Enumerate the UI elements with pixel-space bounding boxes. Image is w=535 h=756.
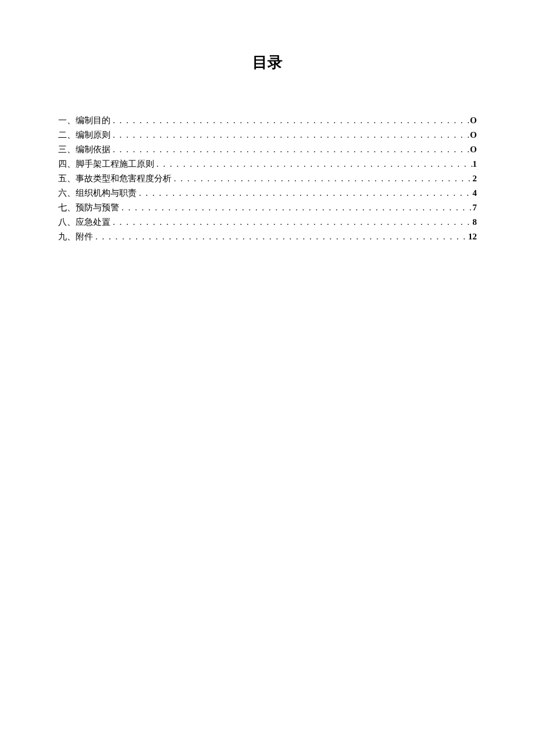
toc-entry-page: 1	[473, 157, 477, 171]
toc-entry-page: 8	[473, 215, 477, 230]
toc-dots	[137, 186, 473, 200]
toc-entry-label: 四、脚手架工程施工原则	[58, 157, 154, 171]
toc-entry-label: 二、编制原则	[58, 128, 110, 142]
toc-dots	[119, 200, 473, 215]
toc-entry-label: 三、编制依据	[58, 142, 110, 157]
toc-entry: 九、附件 12	[58, 230, 477, 244]
toc-entry: 二、编制原则 O	[58, 128, 477, 142]
toc-entry: 一、编制目的 O	[58, 113, 477, 128]
toc-entry: 三、编制依据 O	[58, 142, 477, 157]
toc-entry-label: 六、组织机构与职责	[58, 186, 137, 200]
toc-dots	[172, 171, 473, 186]
toc-entry-label: 五、事故类型和危害程度分析	[58, 171, 172, 186]
toc-dots	[110, 113, 470, 128]
toc-entry-page: O	[470, 128, 477, 142]
toc-dots	[154, 157, 473, 171]
toc-entry-label: 九、附件	[58, 230, 93, 244]
toc-entry-page: O	[470, 113, 477, 128]
toc-entry-label: 七、预防与预警	[58, 200, 119, 215]
toc-dots	[110, 215, 473, 230]
toc-entry-page: 4	[473, 186, 477, 200]
toc-entry-label: 八、应急处置	[58, 215, 110, 230]
toc-dots	[110, 142, 470, 157]
document-page: 目录 一、编制目的 O 二、编制原则 O 三、编制依据 O 四、脚手架工程施工原…	[0, 0, 535, 244]
toc-title: 目录	[58, 52, 477, 73]
toc-entry: 八、应急处置 8	[58, 215, 477, 230]
toc-entry-page: 2	[473, 171, 477, 186]
toc-entry: 七、预防与预警 7	[58, 200, 477, 215]
toc-entry-page: O	[470, 142, 477, 157]
toc-dots	[93, 230, 468, 244]
toc-entry: 四、脚手架工程施工原则 1	[58, 157, 477, 171]
toc-entry-label: 一、编制目的	[58, 113, 110, 128]
toc-dots	[110, 128, 470, 142]
toc-entry-page: 7	[473, 200, 477, 215]
toc-entry-page: 12	[468, 230, 477, 244]
toc-entry: 六、组织机构与职责 4	[58, 186, 477, 200]
toc-list: 一、编制目的 O 二、编制原则 O 三、编制依据 O 四、脚手架工程施工原则 1…	[58, 113, 477, 244]
toc-entry: 五、事故类型和危害程度分析 2	[58, 171, 477, 186]
